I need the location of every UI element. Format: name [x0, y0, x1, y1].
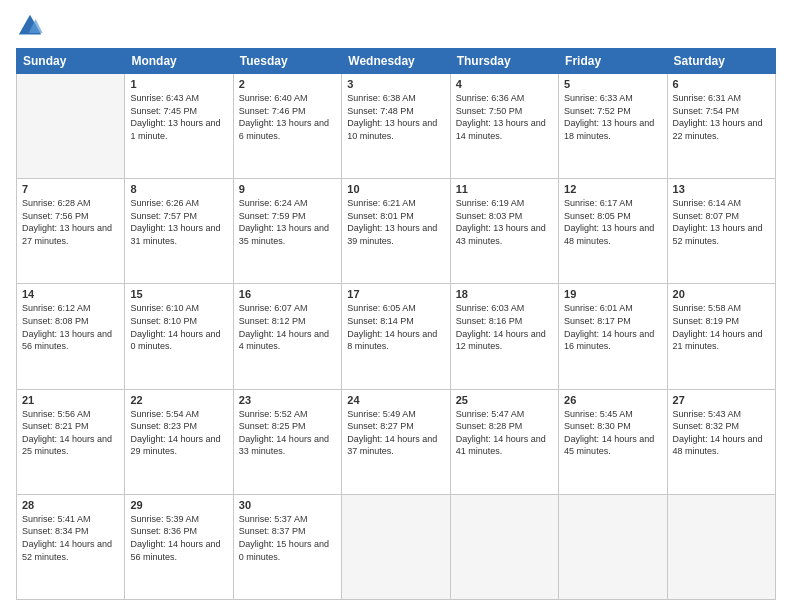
calendar-cell: [559, 494, 667, 599]
day-number: 1: [130, 78, 227, 90]
day-info: Sunrise: 5:37 AMSunset: 8:37 PMDaylight:…: [239, 513, 336, 563]
day-info: Sunrise: 6:17 AMSunset: 8:05 PMDaylight:…: [564, 197, 661, 247]
week-row-3: 14Sunrise: 6:12 AMSunset: 8:08 PMDayligh…: [17, 284, 776, 389]
day-info: Sunrise: 6:38 AMSunset: 7:48 PMDaylight:…: [347, 92, 444, 142]
day-number: 10: [347, 183, 444, 195]
page: SundayMondayTuesdayWednesdayThursdayFrid…: [0, 0, 792, 612]
day-number: 23: [239, 394, 336, 406]
calendar-cell: [667, 494, 775, 599]
calendar-cell: [342, 494, 450, 599]
weekday-header-thursday: Thursday: [450, 49, 558, 74]
calendar-cell: 14Sunrise: 6:12 AMSunset: 8:08 PMDayligh…: [17, 284, 125, 389]
day-info: Sunrise: 5:58 AMSunset: 8:19 PMDaylight:…: [673, 302, 770, 352]
day-info: Sunrise: 6:03 AMSunset: 8:16 PMDaylight:…: [456, 302, 553, 352]
calendar-cell: 23Sunrise: 5:52 AMSunset: 8:25 PMDayligh…: [233, 389, 341, 494]
calendar-cell: 11Sunrise: 6:19 AMSunset: 8:03 PMDayligh…: [450, 179, 558, 284]
day-info: Sunrise: 5:45 AMSunset: 8:30 PMDaylight:…: [564, 408, 661, 458]
calendar-cell: 13Sunrise: 6:14 AMSunset: 8:07 PMDayligh…: [667, 179, 775, 284]
weekday-header-row: SundayMondayTuesdayWednesdayThursdayFrid…: [17, 49, 776, 74]
day-number: 25: [456, 394, 553, 406]
day-number: 19: [564, 288, 661, 300]
calendar-cell: 3Sunrise: 6:38 AMSunset: 7:48 PMDaylight…: [342, 74, 450, 179]
weekday-header-monday: Monday: [125, 49, 233, 74]
weekday-header-friday: Friday: [559, 49, 667, 74]
day-info: Sunrise: 6:19 AMSunset: 8:03 PMDaylight:…: [456, 197, 553, 247]
day-info: Sunrise: 5:39 AMSunset: 8:36 PMDaylight:…: [130, 513, 227, 563]
day-number: 17: [347, 288, 444, 300]
weekday-header-sunday: Sunday: [17, 49, 125, 74]
day-number: 30: [239, 499, 336, 511]
calendar-cell: 4Sunrise: 6:36 AMSunset: 7:50 PMDaylight…: [450, 74, 558, 179]
day-number: 29: [130, 499, 227, 511]
day-info: Sunrise: 5:56 AMSunset: 8:21 PMDaylight:…: [22, 408, 119, 458]
calendar-cell: 12Sunrise: 6:17 AMSunset: 8:05 PMDayligh…: [559, 179, 667, 284]
calendar-cell: 29Sunrise: 5:39 AMSunset: 8:36 PMDayligh…: [125, 494, 233, 599]
day-info: Sunrise: 5:49 AMSunset: 8:27 PMDaylight:…: [347, 408, 444, 458]
calendar-cell: [450, 494, 558, 599]
day-number: 4: [456, 78, 553, 90]
day-number: 8: [130, 183, 227, 195]
day-info: Sunrise: 6:36 AMSunset: 7:50 PMDaylight:…: [456, 92, 553, 142]
day-number: 18: [456, 288, 553, 300]
day-info: Sunrise: 6:31 AMSunset: 7:54 PMDaylight:…: [673, 92, 770, 142]
day-number: 28: [22, 499, 119, 511]
day-info: Sunrise: 6:05 AMSunset: 8:14 PMDaylight:…: [347, 302, 444, 352]
calendar-cell: 8Sunrise: 6:26 AMSunset: 7:57 PMDaylight…: [125, 179, 233, 284]
calendar-cell: 20Sunrise: 5:58 AMSunset: 8:19 PMDayligh…: [667, 284, 775, 389]
day-number: 22: [130, 394, 227, 406]
calendar-cell: 5Sunrise: 6:33 AMSunset: 7:52 PMDaylight…: [559, 74, 667, 179]
week-row-5: 28Sunrise: 5:41 AMSunset: 8:34 PMDayligh…: [17, 494, 776, 599]
day-number: 11: [456, 183, 553, 195]
day-info: Sunrise: 6:01 AMSunset: 8:17 PMDaylight:…: [564, 302, 661, 352]
day-info: Sunrise: 5:47 AMSunset: 8:28 PMDaylight:…: [456, 408, 553, 458]
calendar-cell: 7Sunrise: 6:28 AMSunset: 7:56 PMDaylight…: [17, 179, 125, 284]
calendar-cell: 28Sunrise: 5:41 AMSunset: 8:34 PMDayligh…: [17, 494, 125, 599]
day-info: Sunrise: 6:14 AMSunset: 8:07 PMDaylight:…: [673, 197, 770, 247]
day-info: Sunrise: 5:43 AMSunset: 8:32 PMDaylight:…: [673, 408, 770, 458]
day-info: Sunrise: 6:21 AMSunset: 8:01 PMDaylight:…: [347, 197, 444, 247]
calendar-cell: 22Sunrise: 5:54 AMSunset: 8:23 PMDayligh…: [125, 389, 233, 494]
calendar-cell: 21Sunrise: 5:56 AMSunset: 8:21 PMDayligh…: [17, 389, 125, 494]
day-info: Sunrise: 6:26 AMSunset: 7:57 PMDaylight:…: [130, 197, 227, 247]
day-info: Sunrise: 6:43 AMSunset: 7:45 PMDaylight:…: [130, 92, 227, 142]
calendar-cell: [17, 74, 125, 179]
day-number: 7: [22, 183, 119, 195]
day-number: 5: [564, 78, 661, 90]
weekday-header-tuesday: Tuesday: [233, 49, 341, 74]
calendar-cell: 18Sunrise: 6:03 AMSunset: 8:16 PMDayligh…: [450, 284, 558, 389]
day-number: 16: [239, 288, 336, 300]
day-number: 9: [239, 183, 336, 195]
calendar-cell: 16Sunrise: 6:07 AMSunset: 8:12 PMDayligh…: [233, 284, 341, 389]
day-number: 24: [347, 394, 444, 406]
weekday-header-wednesday: Wednesday: [342, 49, 450, 74]
day-info: Sunrise: 5:54 AMSunset: 8:23 PMDaylight:…: [130, 408, 227, 458]
day-info: Sunrise: 6:28 AMSunset: 7:56 PMDaylight:…: [22, 197, 119, 247]
day-info: Sunrise: 6:12 AMSunset: 8:08 PMDaylight:…: [22, 302, 119, 352]
calendar-cell: 1Sunrise: 6:43 AMSunset: 7:45 PMDaylight…: [125, 74, 233, 179]
day-info: Sunrise: 5:52 AMSunset: 8:25 PMDaylight:…: [239, 408, 336, 458]
week-row-2: 7Sunrise: 6:28 AMSunset: 7:56 PMDaylight…: [17, 179, 776, 284]
day-number: 13: [673, 183, 770, 195]
calendar-cell: 24Sunrise: 5:49 AMSunset: 8:27 PMDayligh…: [342, 389, 450, 494]
day-number: 3: [347, 78, 444, 90]
calendar-cell: 9Sunrise: 6:24 AMSunset: 7:59 PMDaylight…: [233, 179, 341, 284]
calendar-cell: 2Sunrise: 6:40 AMSunset: 7:46 PMDaylight…: [233, 74, 341, 179]
week-row-1: 1Sunrise: 6:43 AMSunset: 7:45 PMDaylight…: [17, 74, 776, 179]
calendar-cell: 27Sunrise: 5:43 AMSunset: 8:32 PMDayligh…: [667, 389, 775, 494]
day-info: Sunrise: 6:40 AMSunset: 7:46 PMDaylight:…: [239, 92, 336, 142]
day-info: Sunrise: 6:10 AMSunset: 8:10 PMDaylight:…: [130, 302, 227, 352]
day-number: 2: [239, 78, 336, 90]
day-number: 26: [564, 394, 661, 406]
day-number: 6: [673, 78, 770, 90]
logo: [16, 12, 48, 40]
day-info: Sunrise: 6:33 AMSunset: 7:52 PMDaylight:…: [564, 92, 661, 142]
day-number: 12: [564, 183, 661, 195]
day-info: Sunrise: 6:24 AMSunset: 7:59 PMDaylight:…: [239, 197, 336, 247]
calendar-cell: 6Sunrise: 6:31 AMSunset: 7:54 PMDaylight…: [667, 74, 775, 179]
calendar-cell: 10Sunrise: 6:21 AMSunset: 8:01 PMDayligh…: [342, 179, 450, 284]
calendar-cell: 25Sunrise: 5:47 AMSunset: 8:28 PMDayligh…: [450, 389, 558, 494]
day-number: 20: [673, 288, 770, 300]
calendar-cell: 15Sunrise: 6:10 AMSunset: 8:10 PMDayligh…: [125, 284, 233, 389]
day-number: 21: [22, 394, 119, 406]
calendar-cell: 30Sunrise: 5:37 AMSunset: 8:37 PMDayligh…: [233, 494, 341, 599]
